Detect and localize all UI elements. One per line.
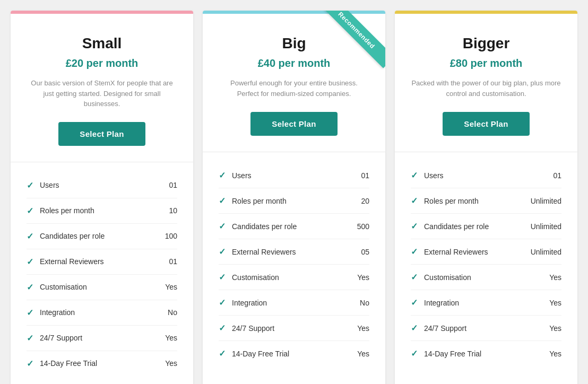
- feature-name: Roles per month: [40, 206, 163, 215]
- feature-name: 14-Day Free Trial: [424, 350, 544, 358]
- feature-value: Yes: [549, 324, 561, 333]
- plan-card-big: RecommendedBig£40 per monthPowerful enou…: [203, 11, 385, 384]
- feature-row: ✓CustomisationYes: [219, 265, 369, 290]
- check-icon: ✓: [27, 359, 33, 369]
- check-icon: ✓: [219, 272, 226, 282]
- feature-name: External Reviewers: [424, 248, 525, 256]
- plan-card-small: Small£20 per monthOur basic version of S…: [11, 11, 193, 384]
- feature-name: Integration: [40, 308, 162, 317]
- feature-value: Yes: [357, 350, 369, 358]
- feature-value: Yes: [165, 334, 177, 342]
- check-icon: ✓: [219, 247, 226, 257]
- feature-name: 24/7 Support: [232, 324, 352, 333]
- check-icon: ✓: [27, 282, 33, 292]
- feature-row: ✓Roles per month20: [219, 188, 369, 214]
- check-icon: ✓: [219, 348, 226, 359]
- plan-header-small: Small£20 per monthOur basic version of S…: [11, 14, 193, 162]
- feature-name: External Reviewers: [232, 248, 356, 256]
- feature-row: ✓Candidates per roleUnlimited: [411, 214, 561, 239]
- check-icon: ✓: [219, 170, 226, 180]
- recommended-ribbon: Recommended: [316, 11, 385, 80]
- check-icon: ✓: [411, 323, 418, 333]
- check-icon: ✓: [27, 180, 33, 190]
- check-icon: ✓: [219, 298, 226, 308]
- feature-row: ✓CustomisationYes: [411, 265, 561, 290]
- check-icon: ✓: [27, 308, 33, 318]
- feature-row: ✓External Reviewers05: [219, 239, 369, 265]
- feature-row: ✓24/7 SupportYes: [27, 326, 177, 351]
- feature-name: Candidates per role: [424, 222, 525, 231]
- check-icon: ✓: [27, 231, 33, 241]
- check-icon: ✓: [411, 272, 418, 282]
- feature-name: Roles per month: [424, 197, 525, 205]
- feature-name: Users: [424, 171, 548, 180]
- check-icon: ✓: [27, 333, 33, 343]
- feature-row: ✓Candidates per role100: [27, 224, 177, 249]
- feature-row: ✓IntegrationNo: [27, 300, 177, 326]
- feature-row: ✓Users01: [27, 173, 177, 198]
- select-plan-button-big[interactable]: Select Plan: [250, 112, 337, 136]
- feature-name: Customisation: [232, 273, 352, 282]
- feature-name: 14-Day Free Trial: [232, 350, 352, 358]
- check-icon: ✓: [27, 257, 33, 267]
- feature-row: ✓IntegrationNo: [219, 290, 369, 316]
- feature-value: 20: [361, 197, 369, 205]
- feature-row: ✓Roles per monthUnlimited: [411, 188, 561, 214]
- plan-price-bigger: £80 per month: [411, 57, 561, 69]
- feature-value: Yes: [549, 299, 561, 307]
- feature-name: Customisation: [40, 283, 160, 291]
- plan-features-big: ✓Users01✓Roles per month20✓Candidates pe…: [203, 152, 385, 384]
- feature-name: 14-Day Free Trial: [40, 359, 160, 368]
- feature-row: ✓IntegrationYes: [411, 290, 561, 316]
- feature-name: Users: [40, 181, 163, 189]
- feature-value: Yes: [165, 283, 177, 291]
- feature-value: 05: [361, 248, 369, 256]
- feature-row: ✓24/7 SupportYes: [219, 316, 369, 341]
- select-plan-button-small[interactable]: Select Plan: [58, 122, 145, 146]
- feature-name: Customisation: [424, 273, 544, 282]
- feature-name: Users: [232, 171, 356, 180]
- check-icon: ✓: [27, 206, 33, 216]
- plan-features-bigger: ✓Users01✓Roles per monthUnlimited✓Candid…: [395, 152, 577, 384]
- feature-name: 24/7 Support: [424, 324, 544, 333]
- feature-value: No: [360, 299, 369, 307]
- select-plan-button-bigger[interactable]: Select Plan: [443, 112, 529, 136]
- check-icon: ✓: [219, 196, 226, 206]
- feature-row: ✓Roles per month10: [27, 198, 177, 224]
- plan-card-bigger: Bigger£80 per monthPacked with the power…: [395, 11, 577, 384]
- plan-name-small: Small: [27, 35, 177, 52]
- feature-name: 24/7 Support: [40, 334, 160, 342]
- feature-value: No: [168, 308, 177, 317]
- plan-description-big: Powerful enough for your entire business…: [219, 78, 369, 99]
- plan-features-small: ✓Users01✓Roles per month10✓Candidates pe…: [11, 162, 193, 385]
- feature-value: 01: [169, 181, 177, 189]
- feature-row: ✓External Reviewers01: [27, 249, 177, 275]
- feature-row: ✓Users01: [219, 163, 369, 188]
- check-icon: ✓: [411, 170, 418, 180]
- feature-value: 10: [169, 206, 177, 215]
- plan-header-bigger: Bigger£80 per monthPacked with the power…: [395, 14, 577, 152]
- check-icon: ✓: [411, 221, 418, 231]
- check-icon: ✓: [411, 298, 418, 308]
- feature-name: External Reviewers: [40, 257, 163, 266]
- plan-price-small: £20 per month: [27, 57, 177, 69]
- feature-value: 01: [361, 171, 369, 180]
- feature-name: Candidates per role: [40, 232, 160, 240]
- plan-name-bigger: Bigger: [411, 35, 561, 52]
- plan-description-small: Our basic version of StemX for people th…: [27, 78, 177, 109]
- feature-name: Integration: [232, 299, 354, 307]
- feature-value: Unlimited: [531, 248, 561, 256]
- check-icon: ✓: [219, 221, 226, 231]
- feature-name: Roles per month: [232, 197, 356, 205]
- feature-row: ✓External ReviewersUnlimited: [411, 239, 561, 265]
- feature-name: Candidates per role: [232, 222, 352, 231]
- feature-value: Yes: [357, 324, 369, 333]
- feature-value: Yes: [549, 350, 561, 358]
- check-icon: ✓: [411, 247, 418, 257]
- check-icon: ✓: [411, 196, 418, 206]
- plans-container: Small£20 per monthOur basic version of S…: [11, 11, 577, 384]
- recommended-ribbon-label: Recommended: [319, 11, 385, 68]
- feature-value: Yes: [357, 273, 369, 282]
- feature-row: ✓14-Day Free TrialYes: [27, 351, 177, 376]
- plan-description-bigger: Packed with the power of our big plan, p…: [411, 78, 561, 99]
